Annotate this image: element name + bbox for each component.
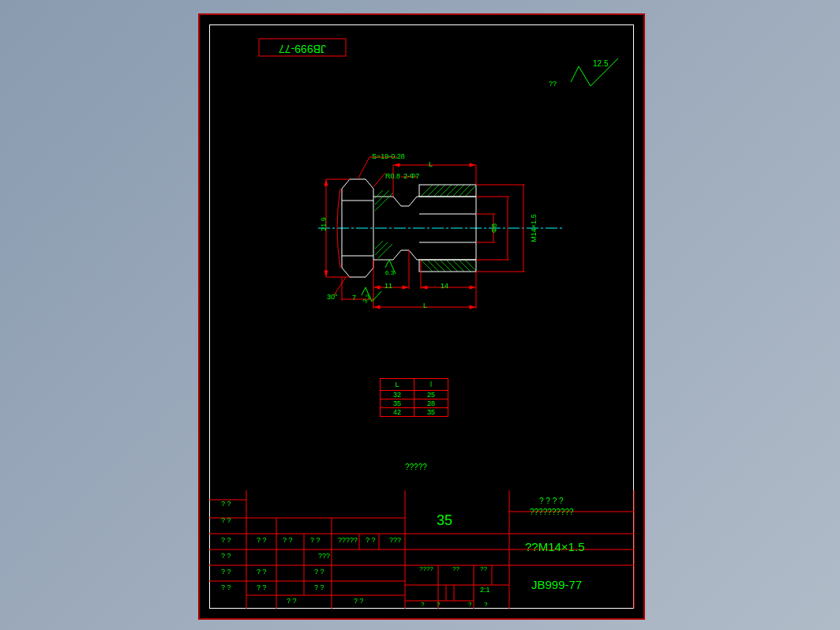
svg-line-17 — [446, 185, 458, 197]
svg-line-23 — [433, 260, 445, 272]
tb-q: ? ? — [283, 536, 293, 544]
dim-2phi7: 2-Φ7 — [403, 172, 419, 180]
dim-L-bot: L — [423, 302, 427, 309]
svg-text:JB999-77: JB999-77 — [279, 43, 326, 55]
svg-line-26 — [452, 260, 464, 272]
tech-req: ????? — [405, 463, 427, 471]
svg-line-12 — [375, 241, 383, 249]
tb-q: ? ? — [366, 536, 376, 544]
tb-q: ? ? — [221, 500, 231, 508]
tb-q: ?? — [452, 565, 459, 572]
cell: 32 — [381, 391, 414, 399]
svg-line-27 — [459, 260, 471, 272]
tb-q: ?????????? — [530, 508, 574, 516]
tb-q: ??? — [389, 536, 401, 544]
svg-line-10 — [378, 244, 392, 258]
dim-L-top: L — [429, 160, 433, 168]
svg-text:12.5: 12.5 — [593, 59, 609, 68]
dim-11: 11 — [384, 282, 392, 290]
tb-q: ? ? — [257, 568, 267, 576]
tb-q: ? ? — [257, 536, 267, 544]
dim-phi8: Φ8 — [490, 223, 498, 233]
tb-q: ?? — [480, 565, 487, 572]
tb-q: ? — [468, 601, 471, 608]
dimension-table: Ll 3225 3528 4235 — [380, 378, 448, 417]
surface-finish-symbol: 12.5 — [547, 54, 626, 94]
tb-q: ? ? — [287, 597, 297, 605]
svg-line-19 — [459, 185, 471, 197]
tb-material: 35 — [437, 512, 452, 529]
cell: 35 — [381, 399, 414, 408]
tb-q: ? ? — [221, 568, 231, 576]
svg-line-21 — [421, 260, 433, 272]
cell: 25 — [414, 391, 448, 399]
tb-q: ???? — [419, 565, 433, 572]
svg-line-20 — [465, 186, 476, 197]
qmark-top: ?? — [549, 80, 557, 88]
tb-scale: 2:1 — [480, 586, 490, 594]
dim-m14: M14×1.5 — [530, 214, 538, 242]
svg-line-18 — [452, 185, 464, 197]
tb-q: ? ? — [314, 568, 324, 576]
svg-line-14 — [427, 185, 439, 197]
svg-line-16 — [440, 185, 452, 197]
dim-7: 7 — [352, 294, 356, 302]
dim-14: 14 — [441, 282, 448, 290]
tb-q: ? — [437, 601, 440, 608]
tb-q: ????? — [338, 536, 358, 544]
tb-q: ? ? — [221, 516, 231, 524]
tb-q: ? ? — [257, 583, 267, 591]
svg-line-61 — [373, 173, 385, 187]
cell: 28 — [414, 399, 448, 408]
dim-s: S=19-0.28 — [372, 152, 405, 160]
dim-30deg: 30° — [327, 293, 338, 301]
dim-r08: R0.8 — [385, 172, 400, 180]
tb-q: ? ? ? ? — [539, 497, 564, 505]
th-L: L — [381, 379, 414, 391]
svg-line-24 — [440, 260, 452, 272]
svg-line-22 — [427, 260, 439, 272]
tb-q: ? ? — [221, 536, 231, 544]
tb-q: ? — [484, 601, 487, 608]
svg-line-15 — [433, 185, 445, 197]
tb-partno: JB999-77 — [531, 578, 582, 591]
tb-thread: ??M14×1.5 — [525, 540, 584, 553]
cell: 35 — [414, 408, 448, 417]
canvas: JB999-77 12.5 ?? S=19-0.28 R0.8 21.9 30°… — [0, 0, 840, 630]
svg-line-28 — [465, 260, 476, 271]
tb-q: ? ? — [221, 583, 231, 591]
svg-line-25 — [446, 260, 458, 272]
th-l: l — [414, 379, 448, 391]
tb-q: ? ? — [221, 552, 231, 560]
svg-line-13 — [421, 185, 433, 197]
dim-219: 21.9 — [320, 217, 328, 231]
tb-q: ? ? — [314, 583, 324, 591]
cell: 42 — [381, 408, 414, 417]
tb-q: ? — [421, 601, 424, 608]
surf-63: 6.3 — [385, 269, 394, 276]
tb-q: ? ? — [310, 536, 321, 544]
svg-line-8 — [375, 190, 389, 204]
svg-line-11 — [375, 242, 388, 255]
mirrored-label: JB999-77 — [259, 39, 354, 62]
tb-q: ??? — [318, 552, 330, 560]
svg-line-59 — [358, 157, 369, 179]
drawing-sheet: JB999-77 12.5 ?? S=19-0.28 R0.8 21.9 30°… — [198, 13, 645, 620]
tb-q: ? ? — [354, 597, 364, 605]
